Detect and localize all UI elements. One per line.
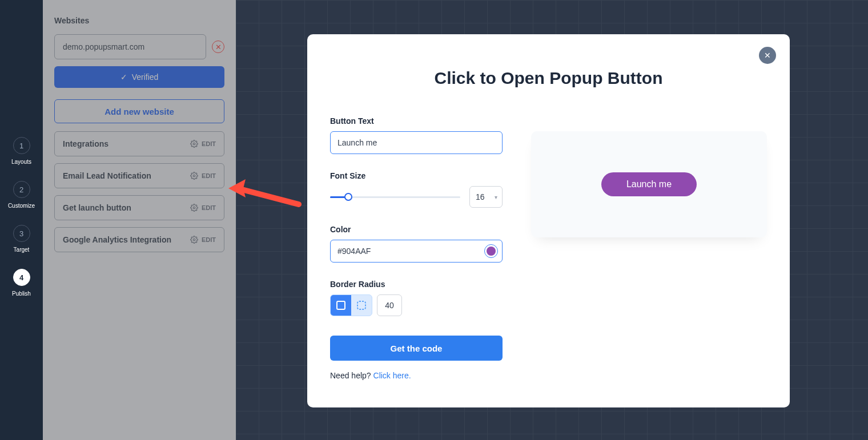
font-size-slider[interactable] <box>330 191 460 203</box>
edit-text: EDIT <box>202 140 216 147</box>
color-label: Color <box>330 225 503 234</box>
edit-action: EDIT <box>190 204 216 212</box>
edit-text: EDIT <box>202 172 216 179</box>
row-email-lead[interactable]: Email Lead Notification EDIT <box>54 163 224 188</box>
svg-point-1 <box>193 175 195 177</box>
svg-point-0 <box>193 143 195 145</box>
preview-launch-button[interactable]: Launch me <box>601 172 697 196</box>
edit-action: EDIT <box>190 140 216 148</box>
verified-button[interactable]: ✓ Verified <box>54 66 224 88</box>
nav-step-number: 2 <box>13 181 30 198</box>
border-radius-label: Border Radius <box>330 280 503 289</box>
slider-thumb-icon[interactable] <box>344 193 352 201</box>
edit-action: EDIT <box>190 236 216 244</box>
border-radius-option-square[interactable] <box>331 295 351 316</box>
close-icon[interactable]: ✕ <box>759 47 776 64</box>
nav-rail: 1 Layouts 2 Customize 3 Target 4 Publish <box>0 0 43 440</box>
gear-icon <box>190 140 198 148</box>
help-text: Need help? Click here. <box>330 371 503 380</box>
launch-button-modal: ✕ Click to Open Popup Button Button Text… <box>307 34 790 407</box>
modal-title: Click to Open Popup Button <box>330 68 767 88</box>
nav-step-number: 3 <box>13 225 30 242</box>
chevron-down-icon: ▾ <box>495 194 497 200</box>
gear-icon <box>190 204 198 212</box>
nav-step-customize[interactable]: 2 Customize <box>8 181 35 209</box>
website-row: ✕ <box>54 34 224 59</box>
row-ga-integration[interactable]: Google Analytics Integration EDIT <box>54 227 224 252</box>
delete-website-icon[interactable]: ✕ <box>212 41 224 53</box>
svg-point-3 <box>193 239 195 241</box>
help-link[interactable]: Click here. <box>373 371 411 380</box>
check-icon: ✓ <box>120 72 127 82</box>
border-radius-option-round[interactable] <box>351 295 372 316</box>
gear-icon <box>190 236 198 244</box>
preview-column: Launch me <box>531 116 767 380</box>
add-website-button[interactable]: Add new website <box>54 99 224 123</box>
row-label: Get launch button <box>63 203 131 212</box>
border-radius-toggle <box>330 294 372 316</box>
website-input[interactable] <box>54 34 206 59</box>
row-get-launch-button[interactable]: Get launch button EDIT <box>54 195 224 220</box>
nav-step-publish[interactable]: 4 Publish <box>12 269 31 297</box>
button-text-input[interactable] <box>330 131 503 154</box>
get-code-button[interactable]: Get the code <box>330 336 503 361</box>
edit-text: EDIT <box>202 236 216 243</box>
svg-point-2 <box>193 207 195 209</box>
nav-step-label: Publish <box>12 290 31 297</box>
button-text-label: Button Text <box>330 116 503 126</box>
row-integrations[interactable]: Integrations EDIT <box>54 131 224 156</box>
nav-step-label: Customize <box>8 203 35 209</box>
row-label: Email Lead Notification <box>63 171 151 180</box>
font-size-value: 16 <box>476 192 485 201</box>
border-radius-value[interactable]: 40 <box>377 294 402 316</box>
svg-rect-5 <box>357 301 365 309</box>
gear-icon <box>190 172 198 180</box>
font-size-label: Font Size <box>330 171 503 180</box>
row-label: Google Analytics Integration <box>63 235 171 244</box>
edit-text: EDIT <box>202 204 216 211</box>
nav-step-target[interactable]: 3 Target <box>13 225 30 253</box>
publish-panel: Websites ✕ ✓ Verified Add new website In… <box>43 0 236 440</box>
nav-step-number: 1 <box>13 137 30 154</box>
preview-box: Launch me <box>531 131 767 237</box>
panel-section-title: Websites <box>54 16 224 25</box>
nav-step-layouts[interactable]: 1 Layouts <box>11 137 31 165</box>
form-column: Button Text Font Size 16 ▾ <box>330 116 503 380</box>
square-icon <box>336 301 345 310</box>
svg-rect-4 <box>337 301 345 309</box>
color-swatch[interactable] <box>484 244 498 258</box>
verified-label: Verified <box>132 72 159 82</box>
edit-action: EDIT <box>190 172 216 180</box>
row-label: Integrations <box>63 139 108 148</box>
nav-step-label: Target <box>14 247 30 253</box>
color-input[interactable] <box>330 240 503 263</box>
dashed-square-icon <box>357 301 366 310</box>
nav-step-number: 4 <box>13 269 30 286</box>
nav-step-label: Layouts <box>11 159 31 165</box>
font-size-select[interactable]: 16 ▾ <box>469 186 503 208</box>
